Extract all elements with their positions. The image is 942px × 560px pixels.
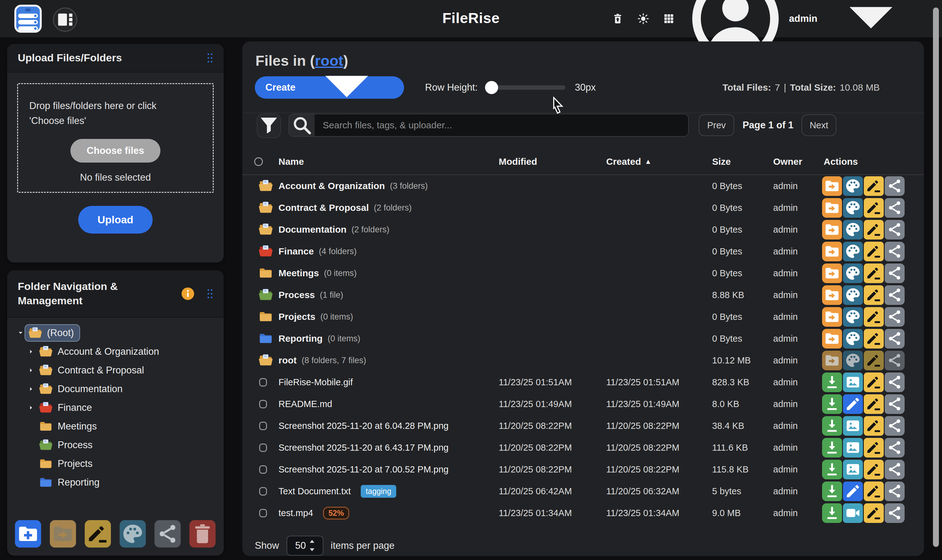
column-header-size[interactable]: Size (706, 156, 768, 167)
row-action-button[interactable] (843, 176, 863, 196)
row-action-button[interactable] (822, 198, 842, 218)
rename-folder-button[interactable] (85, 520, 111, 548)
row-action-button[interactable] (864, 416, 884, 436)
row-height-slider[interactable] (486, 85, 565, 90)
file-dropzone[interactable]: Drop files/folders here or click 'Choose… (17, 83, 214, 193)
info-icon[interactable] (181, 286, 195, 301)
table-row[interactable]: test.mp4 52% 11/23/25 01:34AM 11/23/25 0… (242, 502, 924, 524)
row-action-button[interactable] (864, 351, 884, 370)
tree-caret-icon[interactable] (27, 385, 35, 393)
item-name[interactable]: test.mp4 (279, 508, 313, 518)
row-action-button[interactable] (843, 329, 863, 349)
row-action-button[interactable] (822, 220, 842, 240)
row-action-button[interactable] (822, 416, 842, 436)
tree-caret-icon[interactable] (27, 478, 35, 486)
row-action-button[interactable] (822, 329, 842, 349)
table-row[interactable]: Contract & Proposal (2 folders) 0 Bytes … (242, 197, 924, 218)
row-checkbox[interactable] (259, 443, 267, 452)
folder-tree-item[interactable]: Account & Organization (7, 342, 224, 361)
row-action-button[interactable] (843, 438, 863, 457)
table-row[interactable]: Account & Organization (3 folders) 0 Byt… (242, 175, 924, 197)
window-scrollbar[interactable] (933, 8, 939, 547)
row-action-button[interactable] (864, 372, 884, 392)
row-action-button[interactable] (885, 503, 905, 523)
row-action-button[interactable] (843, 220, 863, 240)
row-action-button[interactable] (864, 438, 884, 457)
item-name[interactable]: README.md (279, 399, 332, 409)
table-row[interactable]: Process (1 file) 8.88 KB admin (242, 284, 924, 306)
item-name[interactable]: Meetings (279, 268, 319, 278)
row-action-button[interactable] (885, 372, 905, 392)
item-name[interactable]: Reporting (279, 333, 323, 344)
tree-caret-icon[interactable] (17, 329, 25, 337)
row-action-button[interactable] (843, 460, 863, 479)
row-action-button[interactable] (822, 482, 842, 501)
table-row[interactable]: Meetings (0 items) 0 Bytes admin (242, 262, 924, 284)
table-row[interactable]: README.md 11/23/25 01:49AM 11/23/25 01:4… (242, 393, 924, 415)
table-row[interactable]: FileRise-Mobile.gif 11/23/25 01:51AM 11/… (242, 371, 924, 393)
theme-toggle-sun-icon[interactable] (638, 13, 649, 24)
item-name[interactable]: Documentation (279, 224, 346, 235)
row-action-button[interactable] (822, 351, 842, 370)
row-action-button[interactable] (843, 394, 863, 414)
row-action-button[interactable] (843, 351, 863, 370)
slider-thumb[interactable] (485, 81, 498, 94)
row-action-button[interactable] (885, 176, 905, 196)
row-checkbox[interactable] (259, 422, 267, 430)
tree-caret-icon[interactable] (27, 348, 35, 356)
row-checkbox[interactable] (259, 465, 267, 474)
row-action-button[interactable] (885, 416, 905, 436)
folder-tree-item[interactable]: Contract & Proposal (7, 361, 224, 380)
per-page-select[interactable]: 50 (286, 536, 323, 555)
row-action-button[interactable] (843, 482, 863, 501)
folder-tree-item[interactable]: Reporting (7, 473, 224, 492)
item-name[interactable]: Text Document.txt (279, 486, 351, 497)
column-header-name[interactable]: Name (274, 156, 493, 167)
table-row[interactable]: root (8 folders, 7 files) 10.12 MB admin (242, 349, 924, 371)
row-action-button[interactable] (864, 482, 884, 501)
row-action-button[interactable] (822, 372, 842, 392)
app-logo-icon[interactable] (14, 5, 42, 33)
item-name[interactable]: root (279, 355, 297, 366)
folder-tree-item[interactable]: Process (7, 436, 224, 454)
row-action-button[interactable] (822, 263, 842, 283)
folder-tree-item[interactable]: Documentation (7, 380, 224, 398)
trash-restore-icon[interactable] (612, 13, 623, 24)
row-action-button[interactable] (822, 503, 842, 523)
table-row[interactable]: Reporting (0 items) 0 Bytes admin (242, 328, 924, 349)
row-action-button[interactable] (885, 460, 905, 479)
row-action-button[interactable] (822, 242, 842, 261)
row-action-button[interactable] (885, 394, 905, 414)
folder-tree-item[interactable]: Projects (7, 454, 224, 473)
apps-grid-icon[interactable] (663, 13, 674, 24)
create-folder-button[interactable] (15, 520, 41, 548)
filter-button[interactable] (257, 114, 281, 138)
prev-page-button[interactable]: Prev (699, 114, 734, 136)
table-row[interactable]: Screenshot 2025-11-20 at 6.04.28 PM.png … (242, 415, 924, 437)
row-action-button[interactable] (864, 176, 884, 196)
create-button[interactable]: Create (255, 76, 404, 99)
drag-handle-icon[interactable] (204, 288, 215, 300)
share-folder-button[interactable] (154, 520, 181, 548)
column-header-modified[interactable]: Modified (493, 156, 600, 167)
view-toggle-button[interactable] (53, 8, 77, 32)
row-checkbox[interactable] (259, 400, 267, 408)
row-action-button[interactable] (864, 198, 884, 218)
search-input[interactable] (315, 114, 688, 136)
row-action-button[interactable] (885, 307, 905, 327)
folder-tree-item[interactable]: Finance (7, 398, 224, 417)
row-action-button[interactable] (864, 329, 884, 349)
row-action-button[interactable] (843, 416, 863, 436)
row-action-button[interactable] (822, 285, 842, 305)
row-action-button[interactable] (822, 438, 842, 457)
row-action-button[interactable] (822, 307, 842, 327)
upload-button[interactable]: Upload (78, 206, 152, 234)
select-all-checkbox[interactable] (254, 157, 263, 166)
item-name[interactable]: Screenshot 2025-11-20 at 6.04.28 PM.png (279, 421, 449, 431)
row-action-button[interactable] (885, 438, 905, 457)
row-action-button[interactable] (885, 198, 905, 218)
tree-caret-icon[interactable] (27, 422, 35, 431)
tree-caret-icon[interactable] (27, 366, 35, 374)
row-action-button[interactable] (885, 263, 905, 283)
table-row[interactable]: Projects (0 items) 0 Bytes admin (242, 306, 924, 328)
